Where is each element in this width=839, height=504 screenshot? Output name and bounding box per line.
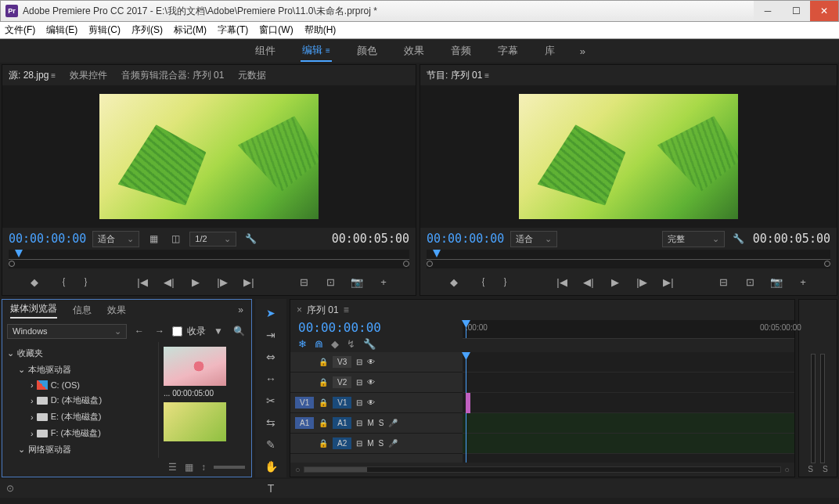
timeline-clip[interactable]	[466, 393, 470, 413]
source-zoom-select[interactable]: 1/2	[189, 232, 236, 247]
prg-step-fwd-button[interactable]: |▶	[635, 275, 649, 289]
program-timecode-out[interactable]: 00:00:05:00	[753, 232, 830, 246]
program-ruler[interactable]	[427, 250, 830, 268]
type-tool[interactable]: T	[263, 482, 279, 495]
media-thumb-2[interactable]	[164, 402, 226, 441]
tab-info[interactable]: 信息	[73, 304, 92, 317]
tree-local-drives[interactable]: 本地驱动器	[28, 364, 71, 376]
menu-edit[interactable]: 编辑(E)	[46, 23, 77, 37]
tree-network-drives[interactable]: 网络驱动器	[28, 444, 71, 455]
program-viewer[interactable]	[420, 85, 837, 228]
media-tree[interactable]: ⌄收藏夹 ⌄本地驱动器 ›C: (OS) ›D: (本地磁盘) ›E: (本地磁…	[2, 342, 159, 458]
source-fit-select[interactable]: 适合	[92, 231, 139, 247]
src-export-frame-button[interactable]: 📷	[350, 275, 364, 289]
source-settings-icon[interactable]: 🔧	[243, 232, 258, 246]
program-fit-select[interactable]: 适合	[510, 231, 557, 247]
src-mark-out-button[interactable]: ｝	[81, 275, 95, 289]
prg-marker-button[interactable]: ◆	[447, 275, 461, 289]
program-timecode-in[interactable]: 00:00:00:00	[427, 232, 504, 246]
source-grid-icon[interactable]: ▦	[146, 232, 161, 246]
tree-drive-c[interactable]: ›C: (OS)	[5, 378, 155, 392]
menu-file[interactable]: 文件(F)	[5, 23, 35, 37]
menu-help[interactable]: 帮助(H)	[304, 23, 337, 37]
workspace-editing[interactable]: 编辑≡	[301, 40, 332, 62]
tree-drive-e[interactable]: ›E: (本地磁盘)	[5, 409, 155, 425]
tl-settings-icon[interactable]: ↯	[347, 338, 355, 350]
src-insert-button[interactable]: ⊟	[297, 275, 311, 289]
program-settings-icon[interactable]: 🔧	[731, 232, 747, 246]
track-v1[interactable]: V1🔒V1⊟👁	[290, 393, 463, 413]
prg-lift-button[interactable]: ⊟	[716, 275, 730, 289]
tab-effect-controls[interactable]: 效果控件	[70, 69, 107, 82]
src-step-fwd-button[interactable]: |▶	[215, 275, 229, 289]
media-fwd-button[interactable]: →	[152, 324, 167, 338]
pen-tool[interactable]: ✎	[263, 438, 279, 451]
tab-audio-mixer[interactable]: 音频剪辑混合器: 序列 01	[121, 69, 224, 82]
hand-tool[interactable]: ✋	[263, 460, 279, 473]
menu-marker[interactable]: 标记(M)	[174, 23, 207, 37]
media-thumb-1[interactable]	[164, 347, 226, 386]
tl-marker-icon[interactable]: ◆	[331, 338, 339, 350]
src-overwrite-button[interactable]: ⊡	[323, 275, 337, 289]
ripple-edit-tool[interactable]: ⇔	[263, 351, 279, 363]
timeline-timecode[interactable]: 00:00:00:00	[290, 320, 463, 335]
tab-media-browser[interactable]: 媒体浏览器	[10, 302, 57, 319]
prg-goto-out-button[interactable]: ▶|	[661, 275, 675, 289]
tab-program[interactable]: 节目: 序列 01	[427, 69, 489, 82]
timeline-scrollbar[interactable]: ○○	[290, 463, 794, 477]
source-ruler[interactable]	[9, 250, 409, 268]
src-button-editor[interactable]: +	[376, 275, 391, 289]
tl-wrench-icon[interactable]: 🔧	[363, 338, 376, 350]
tab-metadata[interactable]: 元数据	[238, 69, 266, 82]
prg-step-back-button[interactable]: ◀|	[582, 275, 596, 289]
view-list-icon[interactable]: ☰	[168, 462, 177, 473]
view-sort-icon[interactable]: ↕	[201, 462, 206, 473]
source-timecode-out[interactable]: 00:00:05:00	[332, 232, 409, 246]
track-a2[interactable]: 🔒A2⊟MS🎤	[290, 434, 463, 454]
tl-link-icon[interactable]: ⋒	[315, 338, 323, 350]
timeline-title[interactable]: 序列 01	[307, 304, 339, 317]
workspace-audio[interactable]: 音频	[449, 41, 473, 61]
selection-tool[interactable]: ➤	[263, 307, 279, 319]
src-goto-in-button[interactable]: |◀	[135, 275, 149, 289]
tree-drive-d[interactable]: ›D: (本地磁盘)	[5, 392, 155, 409]
timeline-playhead[interactable]	[466, 320, 466, 338]
media-search-icon[interactable]: 🔍	[231, 324, 247, 338]
workspace-effects[interactable]: 效果	[402, 41, 426, 61]
media-back-button[interactable]: ←	[131, 324, 147, 338]
track-v3[interactable]: 🔒V3⊟👁	[290, 352, 463, 373]
rate-stretch-tool[interactable]: ↔	[263, 373, 279, 385]
prg-button-editor[interactable]: +	[796, 275, 810, 289]
window-maximize-button[interactable]: ☐	[782, 1, 810, 21]
prg-extract-button[interactable]: ⊡	[743, 275, 757, 289]
track-v2[interactable]: 🔒V2⊟👁	[290, 373, 463, 393]
media-filter-icon[interactable]: ▼	[211, 324, 226, 338]
slip-tool[interactable]: ⇆	[263, 416, 279, 429]
menu-sequence[interactable]: 序列(S)	[131, 23, 163, 37]
menu-clip[interactable]: 剪辑(C)	[88, 23, 121, 37]
src-goto-out-button[interactable]: ▶|	[242, 275, 256, 289]
solo-left[interactable]: S	[808, 465, 813, 473]
prg-mark-out-button[interactable]: ｝	[500, 275, 514, 289]
razor-tool[interactable]: ✂	[263, 394, 279, 407]
prg-mark-in-button[interactable]: ｛	[474, 275, 488, 289]
source-viewer[interactable]	[2, 85, 416, 228]
workspace-overflow-button[interactable]: »	[580, 45, 585, 57]
tab-effects[interactable]: 效果	[107, 304, 126, 317]
solo-right[interactable]: S	[823, 465, 828, 473]
tab-source[interactable]: 源: 28.jpg	[9, 69, 56, 82]
track-a1[interactable]: A1🔒A1⊟MS🎤	[290, 413, 463, 434]
workspace-assembly[interactable]: 组件	[254, 41, 277, 61]
timeline-ruler[interactable]: :00:00 00:05:00:00	[463, 320, 794, 339]
prg-goto-in-button[interactable]: |◀	[555, 275, 569, 289]
tl-snap-icon[interactable]: ❄	[298, 338, 307, 350]
window-close-button[interactable]: ✕	[810, 1, 838, 21]
track-select-tool[interactable]: ⇥	[263, 329, 279, 341]
workspace-color[interactable]: 颜色	[355, 41, 379, 61]
src-marker-button[interactable]: ◆	[27, 275, 41, 289]
program-quality-select[interactable]: 完整	[662, 231, 725, 247]
media-overflow-button[interactable]: »	[238, 304, 243, 315]
track-area[interactable]	[463, 352, 794, 463]
prg-play-button[interactable]: ▶	[608, 275, 622, 289]
thumb-size-slider[interactable]	[214, 466, 245, 469]
